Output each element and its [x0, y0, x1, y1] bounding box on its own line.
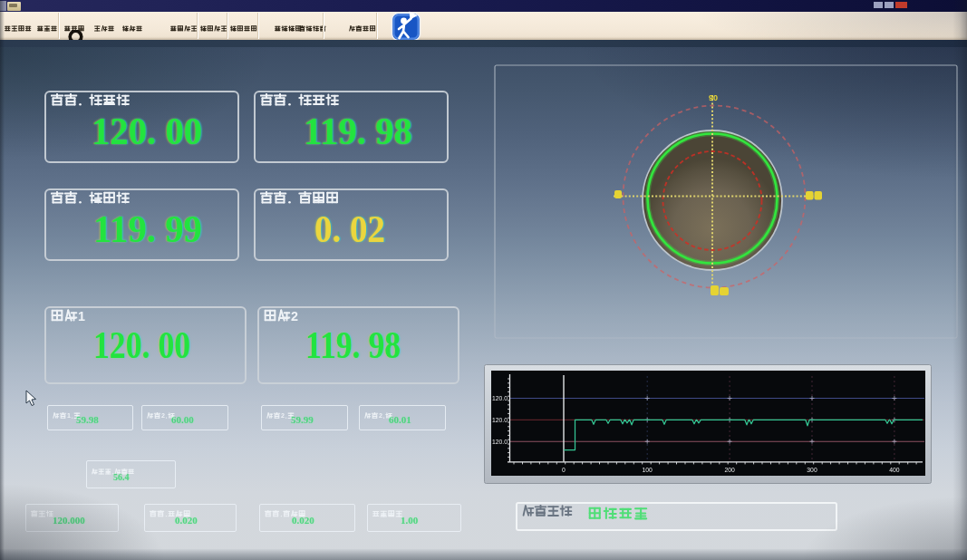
- svg-text:1: 1: [78, 309, 85, 323]
- svg-text:400: 400: [889, 467, 900, 473]
- svg-text:300: 300: [807, 467, 817, 473]
- svg-text:2: 2: [291, 309, 298, 323]
- svg-text:2: 2: [161, 412, 165, 420]
- svg-text:2: 2: [379, 412, 382, 420]
- svg-text:120.0: 120.0: [492, 395, 508, 401]
- svg-text:100: 100: [643, 467, 653, 473]
- svg-text:0: 0: [562, 467, 566, 473]
- svg-text:120.0: 120.0: [492, 439, 508, 445]
- svg-text:1: 1: [67, 412, 71, 420]
- svg-text:200: 200: [724, 467, 735, 473]
- svg-text:90: 90: [709, 93, 718, 102]
- svg-text:120.0: 120.0: [492, 417, 508, 423]
- svg-text:2: 2: [281, 412, 285, 420]
